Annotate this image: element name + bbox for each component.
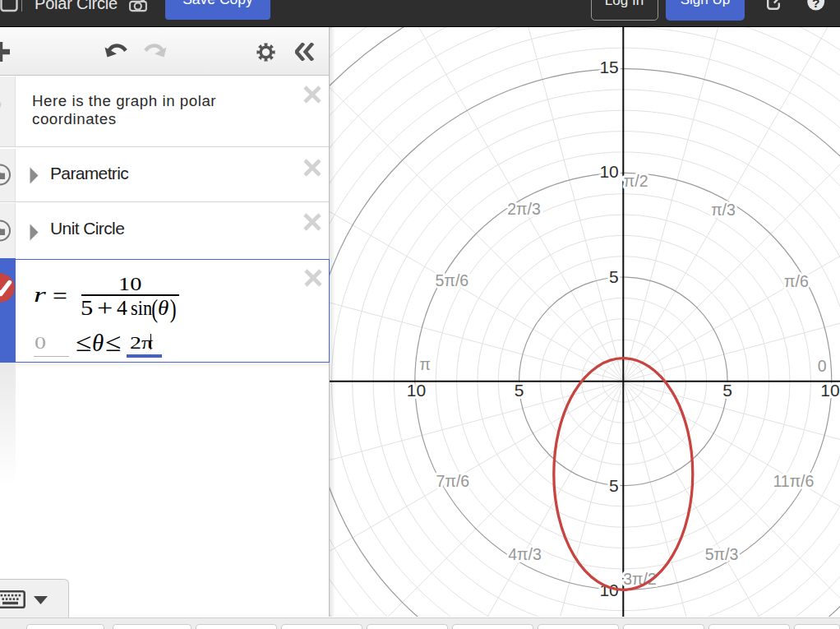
svg-text:5π/6: 5π/6 <box>436 271 469 289</box>
svg-text:π/2: π/2 <box>624 172 648 190</box>
svg-text:15: 15 <box>599 58 618 76</box>
svg-text:5: 5 <box>609 267 619 286</box>
svg-text:2π/3: 2π/3 <box>507 200 541 218</box>
svg-text:4π/3: 4π/3 <box>508 545 542 563</box>
svg-text:0: 0 <box>818 357 827 375</box>
svg-text:π/6: π/6 <box>784 272 809 290</box>
svg-text:10: 10 <box>599 162 618 181</box>
svg-text:10: 10 <box>820 381 839 400</box>
svg-text:10: 10 <box>407 381 426 400</box>
svg-text:5: 5 <box>722 381 732 400</box>
svg-text:7π/6: 7π/6 <box>436 472 470 490</box>
svg-text:π: π <box>419 355 430 373</box>
svg-text:π/3: π/3 <box>711 201 736 219</box>
svg-text:5: 5 <box>609 476 619 495</box>
svg-text:5π/3: 5π/3 <box>705 545 739 563</box>
svg-text:11π/6: 11π/6 <box>773 472 814 490</box>
svg-text:5: 5 <box>515 381 524 400</box>
svg-text:?: ? <box>812 0 819 9</box>
